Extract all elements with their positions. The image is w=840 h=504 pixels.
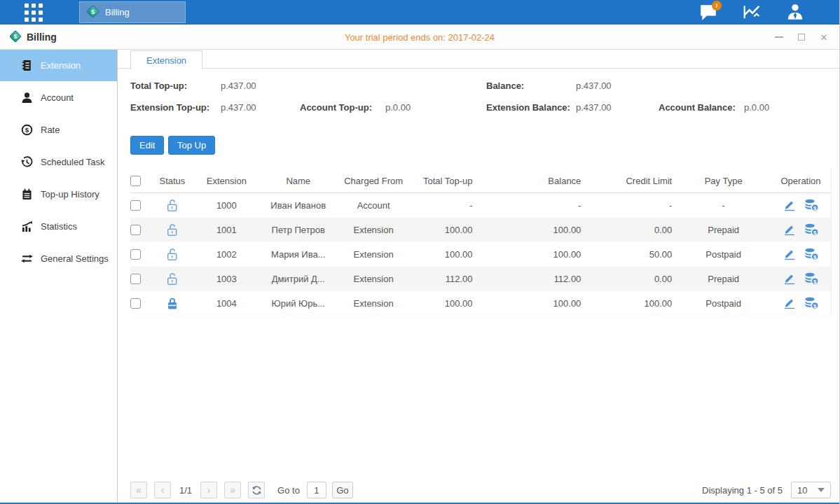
edit-button[interactable]: Edit	[130, 136, 164, 155]
window-title: Billing	[27, 31, 57, 43]
dollar-circle-icon: $	[21, 124, 33, 136]
svg-text:$: $	[813, 230, 817, 236]
status-lock-icon	[151, 248, 193, 261]
goto-label: Go to	[277, 485, 300, 496]
edit-pencil-icon[interactable]	[783, 272, 797, 285]
row-checkbox[interactable]	[130, 200, 141, 211]
first-page-button[interactable]: «	[130, 482, 147, 498]
extension-table: Status Extension Name Charged From Total…	[130, 169, 832, 316]
sidebar-item-general-settings[interactable]: General Settings	[0, 242, 117, 274]
extension-balance-label: Extension Balance:	[486, 102, 570, 113]
svg-text:$: $	[91, 8, 95, 15]
refresh-button[interactable]	[248, 482, 265, 498]
sidebar-item-account[interactable]: Account	[0, 81, 117, 113]
displaying-info: Displaying 1 - 5 of 5	[702, 485, 783, 496]
cell-total-topup: 100.00	[411, 225, 477, 235]
sidebar-item-scheduled-task[interactable]: Scheduled Task	[0, 146, 117, 178]
sidebar-item-topup-history[interactable]: Top-up History	[0, 178, 117, 210]
row-checkbox[interactable]	[130, 274, 141, 284]
person-icon	[21, 92, 33, 104]
header-extension: Extension	[193, 176, 260, 186]
table-row[interactable]: 1004 Юрий Юрь... Extension 100.00 100.00…	[130, 291, 831, 316]
go-button[interactable]: Go	[332, 482, 353, 498]
extension-topup-label: Extension Top-up:	[130, 102, 209, 113]
last-page-button[interactable]: »	[224, 482, 241, 498]
cell-pay-type: -	[676, 200, 771, 211]
cell-credit-limit: -	[585, 200, 676, 211]
sidebar-item-label: Account	[41, 92, 74, 103]
edit-pencil-icon[interactable]	[783, 248, 797, 260]
topup-coins-icon[interactable]: $	[804, 297, 819, 309]
cell-total-topup: 100.00	[411, 249, 477, 260]
header-operation: Operation	[771, 176, 831, 186]
cell-balance: 100.00	[477, 249, 586, 260]
taskbar-tab-label: Billing	[105, 7, 130, 18]
cell-credit-limit: 0.00	[585, 274, 676, 284]
cell-pay-type: Prepaid	[676, 274, 771, 284]
user-account-icon[interactable]	[786, 3, 804, 21]
tab-extension[interactable]: Extension	[130, 50, 202, 69]
topup-button[interactable]: Top Up	[168, 136, 215, 155]
topup-coins-icon[interactable]: $	[804, 199, 819, 211]
window-title-bar: $ Billing Your trial period ends on: 201…	[0, 24, 839, 50]
sidebar-item-extension[interactable]: Extension	[0, 50, 117, 81]
minimize-button[interactable]	[773, 31, 785, 43]
topup-coins-icon[interactable]: $	[804, 272, 819, 285]
svg-text:$: $	[14, 33, 18, 40]
row-checkbox[interactable]	[130, 225, 141, 235]
prev-page-button[interactable]: ‹	[154, 482, 171, 498]
table-row[interactable]: 1001 Петр Петров Extension 100.00 100.00…	[130, 218, 831, 242]
header-pay-type: Pay Type	[676, 176, 771, 186]
maximize-button[interactable]	[796, 31, 807, 43]
chevron-down-icon	[818, 488, 825, 492]
notepad-icon	[21, 188, 33, 200]
table-row[interactable]: 1002 Мария Ива... Extension 100.00 100.0…	[130, 242, 831, 267]
row-checkbox[interactable]	[130, 298, 141, 309]
goto-page-input[interactable]	[307, 482, 326, 498]
page-indicator: 1/1	[179, 485, 192, 496]
table-row[interactable]: 1003 Дмитрий Д... Extension 112.00 112.0…	[130, 267, 831, 291]
sidebar-item-rate[interactable]: $ Rate	[0, 113, 117, 146]
account-topup-value: p.0.00	[385, 102, 411, 113]
select-all-checkbox[interactable]	[130, 176, 141, 186]
cell-pay-type: Postpaid	[676, 298, 771, 309]
total-topup-value: p.437.00	[221, 80, 256, 91]
sidebar-item-label: Scheduled Task	[41, 157, 105, 167]
topup-coins-icon[interactable]: $	[804, 248, 819, 260]
main-content: Extension Total Top-up: p.437.00 Balance…	[118, 50, 839, 503]
svg-text:$: $	[25, 126, 29, 134]
next-page-button[interactable]: ›	[200, 482, 217, 498]
account-balance-value: p.0.00	[744, 102, 769, 113]
cell-charged-from: Account	[337, 200, 411, 211]
taskbar-tab-billing[interactable]: $ Billing	[79, 1, 186, 23]
cell-pay-type: Prepaid	[676, 225, 771, 235]
row-checkbox[interactable]	[130, 249, 141, 260]
close-button[interactable]: ×	[818, 31, 829, 43]
table-row[interactable]: 1000 Иван Иванов Account - - - - $	[130, 193, 831, 218]
sidebar-item-label: Rate	[41, 125, 60, 135]
header-total-topup: Total Top-up	[411, 176, 477, 186]
status-lock-icon	[151, 199, 193, 212]
history-clock-icon	[21, 156, 33, 168]
sidebar-item-statistics[interactable]: Statistics	[0, 210, 117, 242]
edit-pencil-icon[interactable]	[783, 199, 797, 211]
statistics-chart-icon[interactable]	[743, 3, 761, 21]
cell-charged-from: Extension	[337, 298, 411, 309]
page-size-select[interactable]: 10	[791, 482, 831, 498]
cell-total-topup: 112.00	[411, 274, 477, 284]
cell-credit-limit: 100.00	[585, 298, 676, 309]
tab-strip: Extension	[118, 50, 839, 69]
cell-credit-limit: 50.00	[585, 249, 676, 260]
sidebar-item-label: Top-up History	[41, 189, 99, 200]
edit-pencil-icon[interactable]	[783, 223, 797, 236]
apps-grid-icon[interactable]	[25, 4, 50, 22]
topup-coins-icon[interactable]: $	[804, 223, 819, 236]
edit-pencil-icon[interactable]	[783, 297, 797, 309]
extension-balance-value: p.437.00	[576, 102, 612, 113]
header-credit-limit: Credit Limit	[585, 176, 676, 186]
table-body: 1000 Иван Иванов Account - - - - $	[130, 193, 831, 316]
messages-icon[interactable]: !	[699, 3, 717, 21]
cell-total-topup: 100.00	[411, 298, 477, 309]
extension-book-icon	[21, 59, 33, 71]
header-balance: Balance	[477, 176, 586, 186]
